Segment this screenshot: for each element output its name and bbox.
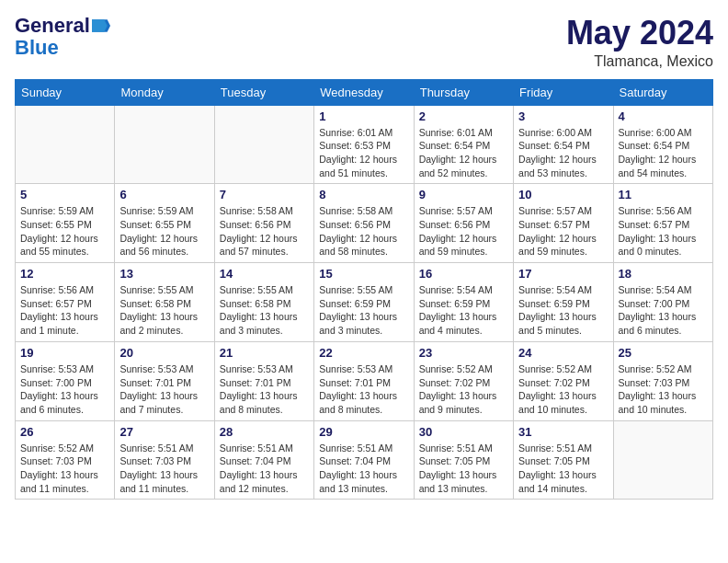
calendar-cell: [214, 105, 313, 184]
calendar-cell: 12Sunrise: 5:56 AM Sunset: 6:57 PM Dayli…: [16, 263, 115, 342]
day-detail: Sunrise: 5:58 AM Sunset: 6:56 PM Dayligh…: [319, 204, 408, 259]
calendar-cell: 21Sunrise: 5:53 AM Sunset: 7:01 PM Dayli…: [214, 341, 313, 420]
day-detail: Sunrise: 5:53 AM Sunset: 7:01 PM Dayligh…: [119, 362, 209, 417]
calendar-cell: 9Sunrise: 5:57 AM Sunset: 6:56 PM Daylig…: [414, 184, 513, 263]
day-number: 12: [20, 267, 109, 281]
calendar-cell: 22Sunrise: 5:53 AM Sunset: 7:01 PM Dayli…: [314, 341, 414, 420]
day-number: 3: [518, 109, 608, 123]
col-header-tuesday: Tuesday: [214, 79, 313, 105]
col-header-saturday: Saturday: [613, 79, 712, 105]
calendar-cell: 1Sunrise: 6:01 AM Sunset: 6:53 PM Daylig…: [314, 105, 414, 184]
day-number: 18: [619, 267, 708, 281]
day-number: 9: [419, 188, 508, 201]
day-detail: Sunrise: 5:51 AM Sunset: 7:04 PM Dayligh…: [319, 442, 408, 496]
location-subtitle: Tlamanca, Mexico: [566, 53, 713, 70]
col-header-friday: Friday: [514, 79, 613, 105]
day-number: 26: [20, 425, 109, 439]
day-number: 2: [419, 109, 508, 123]
calendar-cell: 19Sunrise: 5:53 AM Sunset: 7:00 PM Dayli…: [16, 341, 115, 420]
day-detail: Sunrise: 5:51 AM Sunset: 7:03 PM Dayligh…: [119, 442, 209, 496]
day-detail: Sunrise: 5:54 AM Sunset: 6:59 PM Dayligh…: [518, 283, 608, 338]
day-detail: Sunrise: 5:56 AM Sunset: 6:57 PM Dayligh…: [20, 283, 109, 338]
day-detail: Sunrise: 5:55 AM Sunset: 6:59 PM Dayligh…: [319, 283, 408, 338]
day-detail: Sunrise: 5:55 AM Sunset: 6:58 PM Dayligh…: [119, 283, 209, 338]
day-detail: Sunrise: 5:55 AM Sunset: 6:58 PM Dayligh…: [220, 283, 309, 338]
calendar-week-0: 1Sunrise: 6:01 AM Sunset: 6:53 PM Daylig…: [16, 105, 713, 184]
day-detail: Sunrise: 5:59 AM Sunset: 6:55 PM Dayligh…: [119, 204, 209, 259]
month-year-title: May 2024: [566, 15, 713, 52]
calendar-week-3: 19Sunrise: 5:53 AM Sunset: 7:00 PM Dayli…: [16, 341, 713, 420]
day-number: 5: [20, 188, 109, 201]
day-number: 11: [619, 188, 708, 201]
calendar-cell: 14Sunrise: 5:55 AM Sunset: 6:58 PM Dayli…: [214, 263, 313, 342]
calendar-cell: 13Sunrise: 5:55 AM Sunset: 6:58 PM Dayli…: [115, 263, 214, 342]
day-detail: Sunrise: 5:52 AM Sunset: 7:02 PM Dayligh…: [419, 362, 508, 417]
logo-flag-icon: [92, 19, 110, 32]
day-number: 27: [119, 425, 209, 439]
calendar-cell: 10Sunrise: 5:57 AM Sunset: 6:57 PM Dayli…: [514, 184, 613, 263]
calendar-header-row: SundayMondayTuesdayWednesdayThursdayFrid…: [16, 79, 713, 105]
day-number: 29: [319, 425, 408, 439]
day-number: 23: [419, 346, 508, 360]
calendar-cell: 31Sunrise: 5:51 AM Sunset: 7:05 PM Dayli…: [514, 420, 613, 500]
calendar-cell: 2Sunrise: 6:01 AM Sunset: 6:54 PM Daylig…: [414, 105, 513, 184]
day-detail: Sunrise: 5:54 AM Sunset: 7:00 PM Dayligh…: [619, 283, 708, 338]
day-detail: Sunrise: 5:51 AM Sunset: 7:04 PM Dayligh…: [220, 442, 309, 496]
day-number: 7: [220, 188, 309, 201]
col-header-wednesday: Wednesday: [314, 79, 414, 105]
day-number: 4: [619, 109, 708, 123]
day-number: 21: [220, 346, 309, 360]
logo-blue: Blue: [15, 37, 59, 59]
calendar-cell: 25Sunrise: 5:52 AM Sunset: 7:03 PM Dayli…: [613, 341, 712, 420]
title-block: May 2024 Tlamanca, Mexico: [566, 15, 713, 70]
day-detail: Sunrise: 6:00 AM Sunset: 6:54 PM Dayligh…: [518, 126, 608, 180]
calendar-cell: 20Sunrise: 5:53 AM Sunset: 7:01 PM Dayli…: [115, 341, 214, 420]
day-number: 19: [20, 346, 109, 360]
calendar-cell: 23Sunrise: 5:52 AM Sunset: 7:02 PM Dayli…: [414, 341, 513, 420]
calendar-cell: 30Sunrise: 5:51 AM Sunset: 7:05 PM Dayli…: [414, 420, 513, 500]
day-number: 22: [319, 346, 408, 360]
day-detail: Sunrise: 5:53 AM Sunset: 7:01 PM Dayligh…: [220, 362, 309, 417]
logo-general: General: [15, 15, 90, 37]
calendar-cell: 17Sunrise: 5:54 AM Sunset: 6:59 PM Dayli…: [514, 263, 613, 342]
calendar-cell: 6Sunrise: 5:59 AM Sunset: 6:55 PM Daylig…: [115, 184, 214, 263]
day-detail: Sunrise: 5:53 AM Sunset: 7:01 PM Dayligh…: [319, 362, 408, 417]
calendar-cell: 11Sunrise: 5:56 AM Sunset: 6:57 PM Dayli…: [613, 184, 712, 263]
calendar-week-2: 12Sunrise: 5:56 AM Sunset: 6:57 PM Dayli…: [16, 263, 713, 342]
calendar-cell: 15Sunrise: 5:55 AM Sunset: 6:59 PM Dayli…: [314, 263, 414, 342]
calendar-cell: [613, 420, 712, 500]
day-detail: Sunrise: 5:58 AM Sunset: 6:56 PM Dayligh…: [220, 204, 309, 259]
day-detail: Sunrise: 5:57 AM Sunset: 6:57 PM Dayligh…: [518, 204, 608, 259]
page-header: General Blue May 2024 Tlamanca, Mexico: [15, 15, 713, 70]
calendar-cell: 3Sunrise: 6:00 AM Sunset: 6:54 PM Daylig…: [514, 105, 613, 184]
col-header-thursday: Thursday: [414, 79, 513, 105]
day-detail: Sunrise: 5:51 AM Sunset: 7:05 PM Dayligh…: [419, 442, 508, 496]
day-number: 31: [518, 425, 608, 439]
day-number: 10: [518, 188, 608, 201]
calendar-week-4: 26Sunrise: 5:52 AM Sunset: 7:03 PM Dayli…: [16, 420, 713, 500]
col-header-sunday: Sunday: [16, 79, 115, 105]
calendar-cell: 26Sunrise: 5:52 AM Sunset: 7:03 PM Dayli…: [16, 420, 115, 500]
calendar-cell: [115, 105, 214, 184]
day-detail: Sunrise: 5:57 AM Sunset: 6:56 PM Dayligh…: [419, 204, 508, 259]
day-detail: Sunrise: 5:56 AM Sunset: 6:57 PM Dayligh…: [619, 204, 708, 259]
day-number: 30: [419, 425, 508, 439]
day-detail: Sunrise: 6:01 AM Sunset: 6:53 PM Dayligh…: [319, 126, 408, 180]
day-detail: Sunrise: 5:54 AM Sunset: 6:59 PM Dayligh…: [419, 283, 508, 338]
day-number: 16: [419, 267, 508, 281]
day-number: 13: [119, 267, 209, 281]
calendar-cell: 5Sunrise: 5:59 AM Sunset: 6:55 PM Daylig…: [16, 184, 115, 263]
day-number: 8: [319, 188, 408, 201]
day-number: 24: [518, 346, 608, 360]
calendar-table: SundayMondayTuesdayWednesdayThursdayFrid…: [15, 79, 713, 500]
day-number: 28: [220, 425, 309, 439]
calendar-cell: 8Sunrise: 5:58 AM Sunset: 6:56 PM Daylig…: [314, 184, 414, 263]
day-detail: Sunrise: 6:00 AM Sunset: 6:54 PM Dayligh…: [619, 126, 708, 180]
calendar-cell: 18Sunrise: 5:54 AM Sunset: 7:00 PM Dayli…: [613, 263, 712, 342]
day-detail: Sunrise: 5:52 AM Sunset: 7:03 PM Dayligh…: [619, 362, 708, 417]
day-number: 1: [319, 109, 408, 123]
day-number: 25: [619, 346, 708, 360]
calendar-cell: 16Sunrise: 5:54 AM Sunset: 6:59 PM Dayli…: [414, 263, 513, 342]
calendar-cell: 24Sunrise: 5:52 AM Sunset: 7:02 PM Dayli…: [514, 341, 613, 420]
calendar-week-1: 5Sunrise: 5:59 AM Sunset: 6:55 PM Daylig…: [16, 184, 713, 263]
